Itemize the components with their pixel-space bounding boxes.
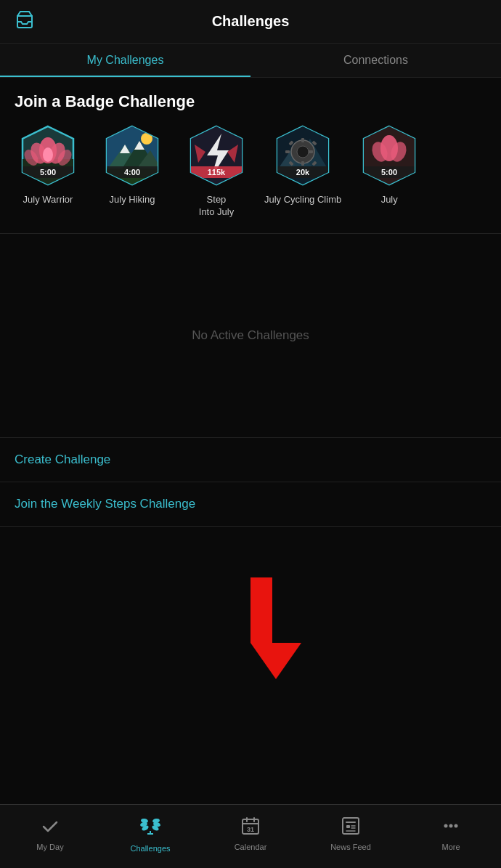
svg-rect-54 [321, 129, 331, 136]
badge-scroll-container[interactable]: 5:00 2021 July Warrior [0, 123, 501, 233]
arrow-container [0, 527, 501, 628]
svg-point-87 [455, 824, 458, 827]
join-weekly-steps-link[interactable]: Join the Weekly Steps Challenge [0, 482, 501, 527]
tab-connections[interactable]: Connections [250, 44, 501, 77]
my-day-icon [41, 816, 60, 840]
svg-text:2021: 2021 [408, 131, 418, 135]
empty-state: No Active Challenges [0, 234, 501, 437]
header: Challenges [0, 0, 501, 44]
nav-my-day-label: My Day [36, 843, 63, 851]
nav-more-label: More [441, 843, 460, 851]
badge-july-warrior[interactable]: 5:00 2021 July Warrior [12, 123, 84, 219]
svg-point-68 [141, 818, 149, 824]
nav-calendar-label: Calendar [235, 843, 267, 851]
svg-rect-46 [285, 150, 290, 153]
calendar-icon: 31 [241, 816, 260, 840]
tab-my-challenges[interactable]: My Challenges [0, 44, 250, 77]
svg-text:2021: 2021 [235, 131, 245, 135]
svg-rect-44 [301, 138, 304, 142]
challenges-icon [139, 815, 161, 841]
badge-july-warrior-label: July Warrior [23, 194, 73, 206]
badge-step-into-july-label: StepInto July [199, 194, 234, 219]
svg-rect-35 [235, 129, 245, 136]
inbox-icon [15, 10, 35, 33]
svg-rect-45 [301, 161, 304, 166]
svg-rect-47 [309, 150, 313, 153]
nav-challenges-label: Challenges [130, 844, 170, 853]
svg-text:20k: 20k [296, 168, 310, 177]
nav-my-day[interactable]: My Day [0, 816, 100, 857]
svg-text:2021: 2021 [66, 131, 76, 135]
nav-more[interactable]: More [401, 816, 501, 857]
badge-july-cycling-climb-label: July Cycling Climb [264, 194, 341, 206]
badge-july-hiking-label: July Hiking [110, 194, 155, 206]
svg-text:2021: 2021 [150, 131, 160, 135]
svg-rect-25 [150, 129, 160, 136]
nav-news-feed[interactable]: News Feed [301, 816, 401, 857]
news-feed-icon [341, 816, 360, 840]
page-title: Challenges [212, 13, 290, 30]
svg-rect-81 [346, 825, 350, 828]
svg-text:31: 31 [247, 826, 254, 833]
badge-july-hiking[interactable]: 4:00 2021 July Hiking [96, 123, 168, 219]
nav-challenges[interactable]: Challenges [100, 815, 200, 859]
svg-rect-11 [66, 129, 76, 136]
join-badge-section: Join a Badge Challenge [0, 78, 501, 233]
svg-text:115k: 115k [208, 168, 226, 177]
svg-point-85 [444, 824, 448, 827]
svg-point-86 [449, 824, 453, 827]
tab-bar: My Challenges Connections [0, 44, 501, 78]
svg-rect-64 [407, 129, 418, 136]
section-title: Join a Badge Challenge [0, 78, 501, 123]
bottom-navigation: My Day Challenges 31 [0, 804, 501, 868]
svg-text:5:00: 5:00 [40, 168, 56, 177]
svg-point-71 [152, 818, 160, 824]
badge-july-cycling-climb[interactable]: 20k 2021 July Cycling Climb [264, 123, 341, 219]
svg-text:2021: 2021 [321, 131, 331, 135]
nav-news-feed-label: News Feed [330, 843, 371, 851]
svg-text:4:00: 4:00 [124, 168, 140, 177]
svg-point-8 [43, 147, 53, 162]
badge-july-extra-label: July [381, 194, 398, 206]
nav-calendar[interactable]: 31 Calendar [200, 816, 301, 857]
create-challenge-link[interactable]: Create Challenge [0, 438, 501, 482]
badge-step-into-july[interactable]: 115k 2021 StepInto July [180, 123, 253, 219]
svg-point-43 [297, 146, 309, 158]
badge-july-extra[interactable]: 5:00 2021 July [353, 123, 425, 219]
svg-text:5:00: 5:00 [381, 168, 397, 177]
more-icon [441, 816, 460, 840]
